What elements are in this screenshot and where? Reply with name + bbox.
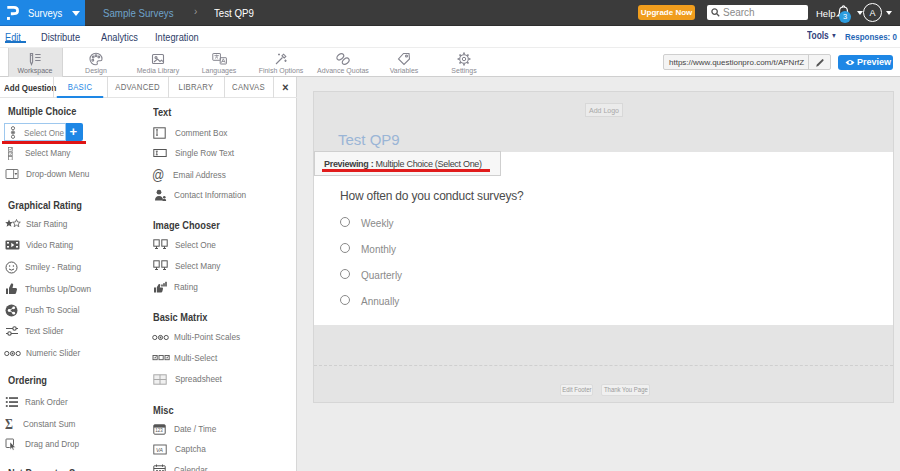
svg-text:123: 123 [155, 429, 163, 434]
svg-text:VA: VA [156, 447, 163, 453]
